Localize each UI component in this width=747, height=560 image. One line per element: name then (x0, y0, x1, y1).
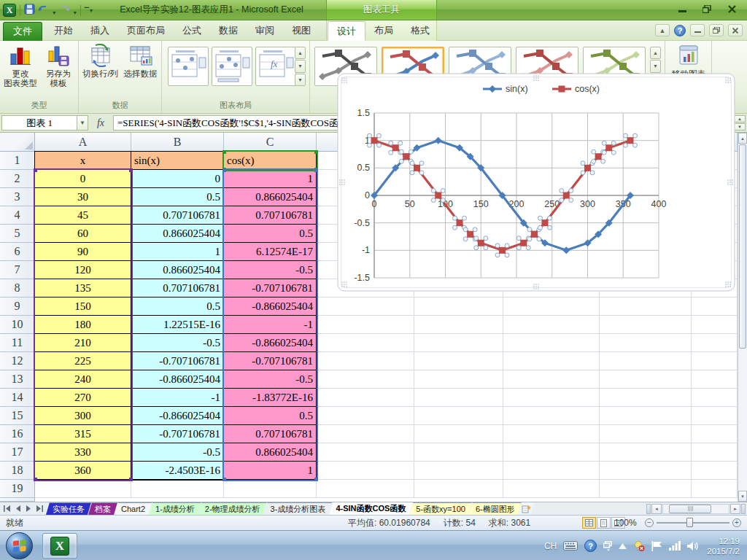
cell-D13[interactable] (317, 370, 414, 389)
clock[interactable]: 12:19 2015/7/2 (707, 536, 740, 556)
cell-A14[interactable]: 270 (35, 389, 131, 407)
close-button[interactable] (722, 3, 741, 15)
hscroll-left-button[interactable]: ◄ (651, 504, 662, 514)
cell-D14[interactable] (317, 389, 414, 407)
cell-C4[interactable]: 0.707106781 (224, 206, 317, 225)
cell-F19[interactable] (503, 480, 600, 498)
chart-layout-thumb-3[interactable]: fx (255, 47, 296, 86)
cell-A9[interactable]: 150 (35, 298, 131, 316)
cell-F10[interactable] (503, 316, 600, 334)
cell-A1[interactable]: x (35, 152, 131, 170)
cell-B7[interactable]: 0.866025404 (131, 261, 224, 279)
hscroll-track[interactable] (662, 504, 729, 514)
row-header-16[interactable]: 16 (0, 425, 35, 443)
cell-B10[interactable]: 1.22515E-16 (131, 316, 224, 334)
cell-C12[interactable]: -0.707106781 (224, 352, 317, 370)
cell-H17[interactable] (692, 443, 738, 462)
cell-H13[interactable] (692, 370, 738, 389)
cell-G9[interactable] (600, 298, 692, 316)
legend-label-cos(x)[interactable]: cos(x) (575, 84, 600, 94)
layout-more-button[interactable]: ▼ (295, 74, 306, 86)
network-signal-icon[interactable] (669, 541, 681, 551)
context-tab-格式[interactable]: 格式 (402, 20, 438, 41)
chart-layout-thumb-1[interactable] (168, 47, 209, 86)
cell-A7[interactable]: 120 (35, 261, 131, 279)
collapse-ribbon-button[interactable]: ▲ (655, 24, 670, 36)
cell-C8[interactable]: -0.707106781 (224, 279, 317, 298)
cell-C9[interactable]: -0.866025404 (224, 298, 317, 316)
cell-C17[interactable]: 0.866025404 (224, 443, 317, 462)
workbook-minimize-button[interactable] (690, 24, 705, 36)
cell-B3[interactable]: 0.5 (131, 188, 224, 206)
scroll-down-button[interactable]: ▼ (738, 491, 747, 502)
tab-视图[interactable]: 视图 (283, 20, 320, 41)
cell-D16[interactable] (317, 425, 414, 443)
help-icon[interactable]: ? (674, 25, 686, 36)
cell-D15[interactable] (317, 407, 414, 425)
cell-B1[interactable]: sin(x) (131, 152, 224, 170)
column-header-C[interactable]: C (224, 133, 317, 151)
cell-F12[interactable] (503, 352, 600, 370)
cell-D12[interactable] (317, 352, 414, 370)
formula-scroll-up-button[interactable]: ▲ (734, 115, 746, 122)
insert-function-button[interactable]: fx (88, 115, 113, 131)
data-point-cos(x)[interactable] (605, 144, 612, 151)
cell-G12[interactable] (600, 352, 692, 370)
column-header-B[interactable]: B (131, 133, 224, 151)
formula-scroll-down-button[interactable]: ▼ (734, 123, 746, 131)
keyboard-icon[interactable] (563, 541, 578, 551)
sheet-tab-5-函数xy=100[interactable]: 5-函数xy=100 (409, 502, 472, 515)
cell-F9[interactable] (503, 298, 600, 316)
insert-worksheet-tab[interactable] (519, 502, 535, 515)
cell-C11[interactable]: -0.866025404 (224, 334, 317, 352)
cell-E15[interactable] (414, 407, 503, 425)
hidden-icons-button[interactable] (619, 543, 627, 549)
cell-D11[interactable] (317, 334, 414, 352)
cell-B5[interactable]: 0.866025404 (131, 225, 224, 243)
first-sheet-button[interactable] (1, 504, 12, 514)
data-point-cos(x)[interactable] (392, 144, 399, 151)
row-header-15[interactable]: 15 (0, 407, 35, 425)
style-scroll-down-button[interactable]: ▼ (650, 60, 661, 72)
cell-C13[interactable]: -0.5 (224, 370, 317, 389)
zoom-level[interactable]: 100% (614, 516, 637, 530)
language-indicator[interactable]: CH (544, 541, 557, 551)
hscroll-right-button[interactable]: ► (730, 504, 740, 514)
data-point-cos(x)[interactable] (478, 240, 484, 246)
cell-B11[interactable]: -0.5 (131, 334, 224, 352)
cell-G14[interactable] (600, 389, 692, 407)
tray-help-icon[interactable]: ? (584, 540, 597, 552)
sheet-tab-6-椭圆图形[interactable]: 6-椭圆图形 (469, 502, 522, 515)
sheet-tab-1-成绩分析[interactable]: 1-成绩分析 (149, 502, 201, 515)
cell-C16[interactable]: 0.707106781 (224, 425, 317, 443)
cell-D10[interactable] (317, 316, 414, 334)
cell-C19[interactable] (224, 480, 317, 498)
sheet-tab-Chart2[interactable]: Chart2 (115, 502, 152, 515)
cell-H18[interactable] (692, 462, 738, 480)
cell-G16[interactable] (600, 425, 692, 443)
row-header-11[interactable]: 11 (0, 334, 35, 352)
cell-H12[interactable] (692, 352, 738, 370)
data-point-cos(x)[interactable] (595, 153, 602, 160)
cell-B13[interactable]: -0.866025404 (131, 370, 224, 389)
cell-H15[interactable] (692, 407, 738, 425)
name-box[interactable]: 图表 1 (1, 115, 77, 131)
tab-数据[interactable]: 数据 (210, 20, 247, 41)
cell-F11[interactable] (503, 334, 600, 352)
excel-app-icon[interactable]: X (3, 4, 16, 17)
row-header-3[interactable]: 3 (0, 188, 35, 206)
tab-审阅[interactable]: 审阅 (247, 20, 283, 41)
data-point-cos(x)[interactable] (627, 137, 634, 144)
cell-A5[interactable]: 60 (35, 225, 131, 243)
data-point-cos(x)[interactable] (542, 219, 549, 226)
cell-E11[interactable] (414, 334, 503, 352)
cell-F16[interactable] (503, 425, 600, 443)
data-point-cos(x)[interactable] (371, 137, 378, 144)
cell-F18[interactable] (503, 462, 600, 480)
cell-E16[interactable] (414, 425, 503, 443)
sheet-tab-实验任务[interactable]: 实验任务 (46, 502, 91, 515)
switch-row-column-button[interactable]: 切换行/列 (80, 44, 120, 98)
data-point-cos(x)[interactable] (403, 153, 409, 160)
cell-H19[interactable] (692, 480, 738, 498)
tray-window-icon[interactable] (603, 541, 612, 551)
